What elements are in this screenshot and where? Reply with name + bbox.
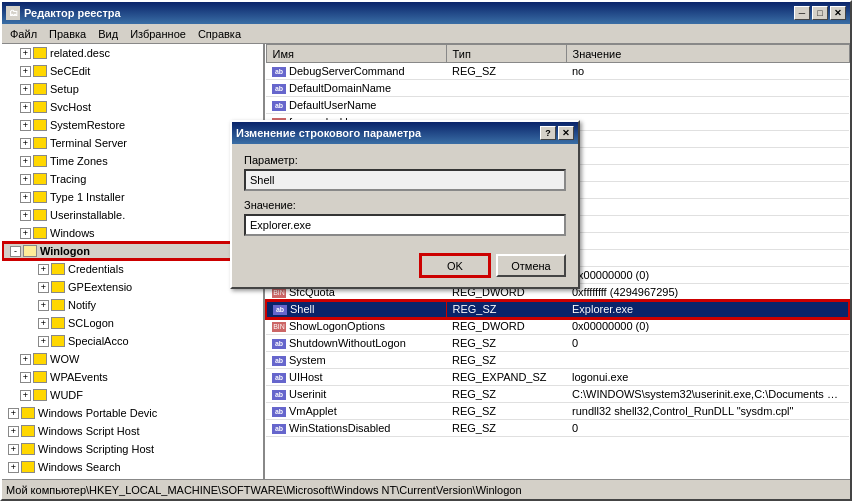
dialog-ok-button[interactable]: OK bbox=[420, 254, 490, 277]
expand-icon[interactable]: + bbox=[20, 192, 31, 203]
value-input[interactable] bbox=[244, 214, 566, 236]
tree-item-winscripthost[interactable]: + Windows Script Host bbox=[2, 422, 263, 440]
tree-item-terminalserver[interactable]: + Terminal Server bbox=[2, 134, 263, 152]
tree-item-windows[interactable]: + Windows bbox=[2, 224, 263, 242]
table-row[interactable]: abDefaultDomainName bbox=[266, 80, 849, 97]
tree-pane: + related.desc + SeCEdit + Setup + bbox=[2, 44, 265, 479]
table-row[interactable]: BINShowLogonOptionsREG_DWORD0x00000000 (… bbox=[266, 318, 849, 335]
dialog-action-buttons: OK Отмена bbox=[244, 254, 566, 277]
reg-type-cell: REG_DWORD bbox=[446, 318, 566, 335]
table-row[interactable]: abShellREG_SZExplorer.exe bbox=[266, 301, 849, 318]
status-bar: Мой компьютер\HKEY_LOCAL_MACHINE\SOFTWAR… bbox=[2, 479, 850, 499]
menu-help[interactable]: Справка bbox=[192, 26, 247, 42]
table-row[interactable]: abUIHostREG_EXPAND_SZlogonui.exe bbox=[266, 369, 849, 386]
reg-value-cell bbox=[566, 233, 849, 250]
reg-type-cell: REG_SZ bbox=[446, 352, 566, 369]
reg-type-icon: ab bbox=[272, 390, 286, 400]
dialog-close-button[interactable]: ✕ bbox=[558, 126, 574, 140]
expand-icon[interactable]: - bbox=[10, 246, 21, 257]
tree-item-related[interactable]: + related.desc bbox=[2, 44, 263, 62]
menu-favorites[interactable]: Избранное bbox=[124, 26, 192, 42]
expand-icon[interactable]: + bbox=[38, 336, 49, 347]
folder-icon bbox=[33, 389, 47, 401]
table-row[interactable]: abVmAppletREG_SZrundll32 shell32,Control… bbox=[266, 403, 849, 420]
tree-item-svchost[interactable]: + SvcHost bbox=[2, 98, 263, 116]
tree-item-sclogon[interactable]: + SCLogon bbox=[2, 314, 263, 332]
expand-icon[interactable]: + bbox=[20, 210, 31, 221]
tree-scroll[interactable]: + related.desc + SeCEdit + Setup + bbox=[2, 44, 263, 479]
expand-icon[interactable]: + bbox=[8, 426, 19, 437]
col-value: Значение bbox=[566, 45, 849, 63]
menu-edit[interactable]: Правка bbox=[43, 26, 92, 42]
tree-item-gpextension[interactable]: + GPEextensio bbox=[2, 278, 263, 296]
tree-item-winlogon[interactable]: - Winlogon bbox=[2, 242, 263, 260]
expand-icon[interactable]: + bbox=[20, 354, 31, 365]
table-row[interactable]: abShutdownWithoutLogonREG_SZ0 bbox=[266, 335, 849, 352]
expand-icon[interactable]: + bbox=[20, 120, 31, 131]
tree-item-tracing[interactable]: + Tracing bbox=[2, 170, 263, 188]
expand-icon[interactable]: + bbox=[38, 282, 49, 293]
minimize-button[interactable]: ─ bbox=[794, 6, 810, 20]
tree-item-systemrestore[interactable]: + SystemRestore bbox=[2, 116, 263, 134]
reg-type-icon: ab bbox=[272, 424, 286, 434]
expand-icon[interactable]: + bbox=[8, 444, 19, 455]
status-path: Мой компьютер\HKEY_LOCAL_MACHINE\SOFTWAR… bbox=[6, 484, 522, 496]
tree-item-winsearch[interactable]: + Windows Search bbox=[2, 458, 263, 476]
tree-item-wpaevents[interactable]: + WPAEvents bbox=[2, 368, 263, 386]
expand-icon[interactable]: + bbox=[20, 372, 31, 383]
tree-item-specialacco[interactable]: + SpecialAcco bbox=[2, 332, 263, 350]
expand-icon[interactable]: + bbox=[20, 390, 31, 401]
expand-icon[interactable]: + bbox=[20, 66, 31, 77]
tree-item-secedit[interactable]: + SeCEdit bbox=[2, 62, 263, 80]
folder-icon bbox=[51, 299, 65, 311]
expand-icon[interactable]: + bbox=[38, 264, 49, 275]
menu-file[interactable]: Файл bbox=[4, 26, 43, 42]
tree-item-wudf[interactable]: + WUDF bbox=[2, 386, 263, 404]
maximize-button[interactable]: □ bbox=[812, 6, 828, 20]
expand-icon[interactable]: + bbox=[20, 156, 31, 167]
reg-name: DefaultUserName bbox=[289, 99, 376, 111]
reg-value-cell: no bbox=[566, 63, 849, 80]
expand-icon[interactable]: + bbox=[20, 84, 31, 95]
tree-item-timezones[interactable]: + Time Zones bbox=[2, 152, 263, 170]
value-label: Значение: bbox=[244, 199, 566, 211]
reg-name: ShutdownWithoutLogon bbox=[289, 337, 406, 349]
tree-item-setup[interactable]: + Setup bbox=[2, 80, 263, 98]
tree-item-winportable[interactable]: + Windows Portable Devic bbox=[2, 404, 263, 422]
folder-icon bbox=[33, 47, 47, 59]
expand-icon[interactable]: + bbox=[8, 408, 19, 419]
menu-view[interactable]: Вид bbox=[92, 26, 124, 42]
dialog-title-text: Изменение строкового параметра bbox=[236, 127, 540, 139]
expand-icon[interactable]: + bbox=[8, 462, 19, 473]
tree-item-wow[interactable]: + WOW bbox=[2, 350, 263, 368]
tree-item-type1installer[interactable]: + Type 1 Installer bbox=[2, 188, 263, 206]
reg-value-cell: 0xffffffff (4294967295) bbox=[566, 284, 849, 301]
reg-name-cell: abDefaultDomainName bbox=[266, 80, 446, 97]
dialog-help-button[interactable]: ? bbox=[540, 126, 556, 140]
tree-label: Windows Portable Devic bbox=[38, 407, 157, 419]
expand-icon[interactable]: + bbox=[20, 228, 31, 239]
reg-value-cell bbox=[566, 352, 849, 369]
tree-label: Windows Script Host bbox=[38, 425, 139, 437]
table-row[interactable]: abWinStationsDisabledREG_SZ0 bbox=[266, 420, 849, 437]
expand-icon[interactable]: + bbox=[20, 174, 31, 185]
table-row[interactable]: abSystemREG_SZ bbox=[266, 352, 849, 369]
expand-icon[interactable]: + bbox=[38, 318, 49, 329]
table-row[interactable]: abUserinitREG_SZC:\WINDOWS\system32\user… bbox=[266, 386, 849, 403]
tree-item-notify[interactable]: + Notify bbox=[2, 296, 263, 314]
dialog-cancel-button[interactable]: Отмена bbox=[496, 254, 566, 277]
reg-type-cell: REG_SZ bbox=[446, 403, 566, 420]
table-row[interactable]: abDebugServerCommandREG_SZno bbox=[266, 63, 849, 80]
reg-type-icon: ab bbox=[272, 67, 286, 77]
expand-icon[interactable]: + bbox=[20, 48, 31, 59]
expand-icon[interactable]: + bbox=[38, 300, 49, 311]
expand-icon[interactable]: + bbox=[20, 102, 31, 113]
close-button[interactable]: ✕ bbox=[830, 6, 846, 20]
tree-item-userinstallable[interactable]: + Userinstallable. bbox=[2, 206, 263, 224]
expand-icon[interactable]: + bbox=[20, 138, 31, 149]
table-row[interactable]: abDefaultUserName bbox=[266, 97, 849, 114]
tree-item-winscriptinghost[interactable]: + Windows Scripting Host bbox=[2, 440, 263, 458]
string-edit-dialog[interactable]: Изменение строкового параметра ? ✕ Парам… bbox=[230, 120, 580, 289]
param-input[interactable] bbox=[244, 169, 566, 191]
tree-item-credentials[interactable]: + Credentials bbox=[2, 260, 263, 278]
